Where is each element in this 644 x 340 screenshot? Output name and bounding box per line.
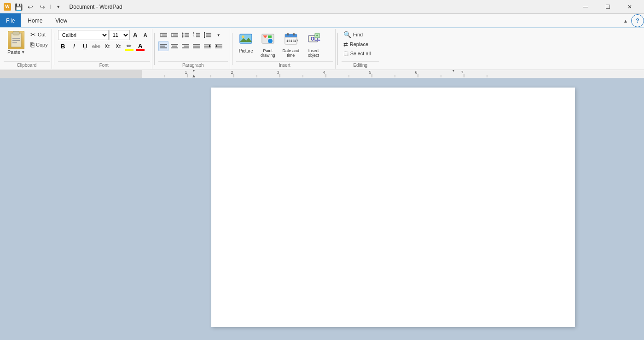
replace-icon: ⇄ <box>343 41 348 47</box>
insert-group: Picture Paintdrawing <box>234 29 336 69</box>
date-time-icon: 15 16 17 <box>284 32 298 47</box>
ribbon: File Home View ▲ ? <box>0 14 644 70</box>
maximize-button[interactable]: ☐ <box>597 0 618 14</box>
editing-group-content: 🔍 Find ⇄ Replace ⬚ Select all <box>342 29 379 60</box>
numbering-button[interactable]: 1.2. <box>191 30 202 40</box>
sep-4 <box>337 33 338 65</box>
font-name-select[interactable]: Calibri <box>58 30 109 40</box>
minimize-button[interactable]: — <box>575 0 596 14</box>
align-row <box>158 41 224 51</box>
svg-marker-29 <box>204 37 205 38</box>
help-button[interactable]: ? <box>631 14 644 27</box>
qa-dropdown-button[interactable]: ▼ <box>53 1 64 12</box>
tab-file[interactable]: File <box>0 13 21 27</box>
increase-indent-button[interactable] <box>169 30 180 40</box>
date-time-button[interactable]: 15 16 17 Date andtime <box>279 30 302 59</box>
bullets-button[interactable] <box>180 30 191 40</box>
save-button[interactable]: 💾 <box>13 1 24 12</box>
cut-icon: ✂ <box>30 31 36 38</box>
paste-dropdown-icon[interactable]: ▼ <box>21 50 25 54</box>
select-all-button[interactable]: ⬚ Select all <box>342 49 373 58</box>
find-icon: 🔍 <box>343 31 351 38</box>
svg-text:7: 7 <box>461 70 463 75</box>
subscript-button[interactable]: X2 <box>102 41 112 51</box>
paint-drawing-label: Paintdrawing <box>261 48 275 58</box>
svg-marker-72 <box>192 75 195 77</box>
font-label: Font <box>58 61 150 69</box>
paste-icon <box>8 31 24 49</box>
text-color-button[interactable]: A <box>135 41 145 51</box>
ribbon-body: Paste ▼ ✂ Cut ⎘ Copy Clipboard <box>0 28 644 70</box>
paragraph-group: 1.2. ▼ <box>157 29 230 69</box>
find-button[interactable]: 🔍 Find <box>342 30 365 39</box>
decrease-indent-button[interactable] <box>158 30 168 40</box>
svg-marker-12 <box>171 34 172 36</box>
svg-rect-4 <box>12 42 17 43</box>
bold-button[interactable]: B <box>58 41 68 51</box>
shrink-font-button[interactable]: A <box>141 30 150 40</box>
document-editor[interactable] <box>244 115 542 299</box>
tab-home[interactable]: Home <box>22 13 48 27</box>
align-right-button[interactable] <box>180 41 191 51</box>
app-icon: W <box>4 3 11 11</box>
sep-2 <box>154 33 155 65</box>
title-bar-left: W 💾 ↩ ↪ | ▼ Document - WordPad <box>4 1 122 12</box>
grow-font-button[interactable]: A <box>131 30 140 40</box>
copy-icon: ⎘ <box>30 41 34 48</box>
text-highlight-button[interactable]: ✏ <box>124 41 134 51</box>
redo-button[interactable]: ↪ <box>37 1 48 12</box>
align-left-button[interactable] <box>158 41 168 51</box>
paste-area: Paste ▼ <box>4 30 29 56</box>
date-time-label: Date andtime <box>282 48 299 58</box>
ruler: 1 2 3 4 5 6 7 <box>0 70 644 78</box>
undo-button[interactable]: ↩ <box>25 1 36 12</box>
font-selector-row: Calibri 11 A A <box>58 30 150 40</box>
line-spacing-button[interactable] <box>203 30 213 40</box>
paint-drawing-button[interactable]: Paintdrawing <box>258 30 278 59</box>
replace-button[interactable]: ⇄ Replace <box>342 40 370 48</box>
ltr-button[interactable] <box>203 41 213 51</box>
svg-rect-3 <box>12 40 20 41</box>
ribbon-tabs: File Home View <box>0 13 74 27</box>
svg-text:5: 5 <box>369 70 371 75</box>
insert-group-content: Picture Paintdrawing <box>236 29 333 60</box>
font-size-select[interactable]: 11 <box>110 30 130 40</box>
insert-object-icon: OLE <box>307 32 320 47</box>
paste-label: Paste <box>7 49 20 55</box>
rtl-button[interactable] <box>214 41 224 51</box>
svg-text:2: 2 <box>231 70 233 75</box>
main-area <box>0 78 644 340</box>
justify-button[interactable] <box>191 41 202 51</box>
clipboard-small-buttons: ✂ Cut ⎘ Copy <box>29 30 50 49</box>
underline-button[interactable]: U <box>80 41 90 51</box>
close-button[interactable]: ✕ <box>619 0 640 14</box>
superscript-button[interactable]: X2 <box>113 41 123 51</box>
align-center-button[interactable] <box>169 41 180 51</box>
svg-text:3: 3 <box>277 70 279 75</box>
cut-button[interactable]: ✂ Cut <box>29 30 50 39</box>
dropdown-para-button[interactable]: ▼ <box>214 30 224 40</box>
tab-view[interactable]: View <box>49 13 73 27</box>
svg-point-14 <box>182 35 183 36</box>
svg-rect-56 <box>268 35 272 38</box>
svg-point-54 <box>268 39 273 43</box>
ribbon-collapse-button[interactable]: ▲ <box>620 15 631 26</box>
picture-label: Picture <box>239 48 253 53</box>
insert-object-button[interactable]: OLE Insertobject <box>304 30 323 59</box>
font-group: Calibri 11 A A B I U abc X2 X2 ✏ <box>56 29 152 69</box>
paste-button[interactable]: Paste ▼ <box>4 30 29 56</box>
clipboard-label: Clipboard <box>4 61 50 69</box>
svg-marker-71 <box>192 70 195 72</box>
italic-button[interactable]: I <box>69 41 79 51</box>
picture-button[interactable]: Picture <box>236 30 256 55</box>
left-margin <box>0 78 142 340</box>
insert-label: Insert <box>236 61 333 69</box>
strikethrough-button[interactable]: abc <box>91 41 101 51</box>
svg-point-51 <box>242 35 244 38</box>
svg-marker-28 <box>204 32 205 33</box>
svg-text:6: 6 <box>415 70 417 75</box>
format-buttons-row: B I U abc X2 X2 ✏ A <box>58 41 145 51</box>
copy-button[interactable]: ⎘ Copy <box>29 40 50 49</box>
document-page <box>211 88 575 327</box>
svg-text:1: 1 <box>185 70 187 75</box>
